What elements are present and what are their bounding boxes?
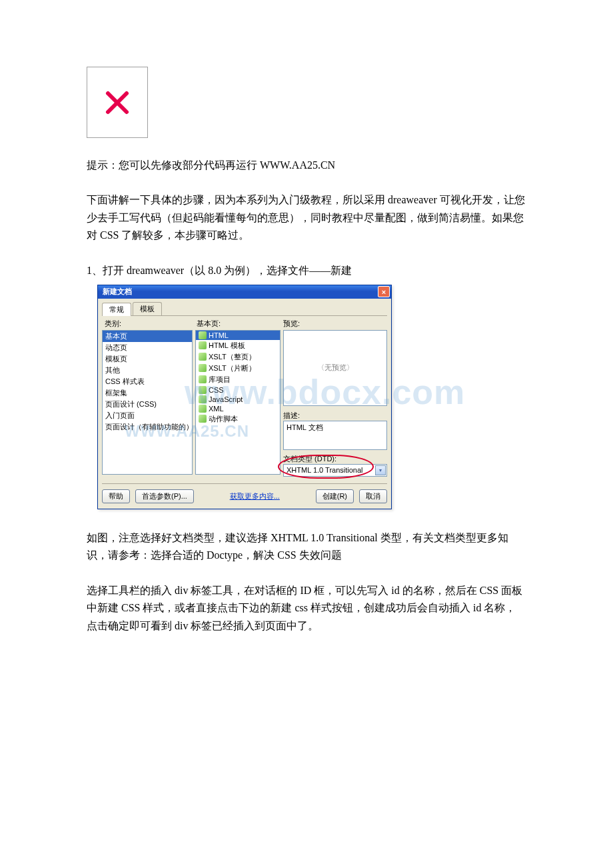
list-item[interactable]: 入门页面 — [103, 410, 192, 421]
list-item[interactable]: CSS 样式表 — [103, 376, 192, 387]
list-item[interactable]: JavaScript — [196, 395, 280, 404]
new-document-dialog: 新建文档 × 常规 模板 类别: 基本页: 预览: 基本页 — [97, 285, 392, 509]
basic-page-listbox[interactable]: HTML HTML 模板 XSLT（整页） XSLT（片断） 库项目 CSS J… — [195, 330, 281, 475]
document-icon — [199, 331, 207, 339]
document-icon — [199, 405, 207, 413]
document-icon — [199, 353, 207, 361]
document-icon — [199, 341, 207, 349]
broken-image-placeholder — [87, 67, 148, 138]
chevron-down-icon[interactable]: ▾ — [375, 465, 386, 475]
label-preview: 预览: — [283, 319, 387, 329]
step1-paragraph: 1、打开 dreamweaver（以 8.0 为例），选择文件——新建 — [87, 262, 526, 279]
cancel-button[interactable]: 取消 — [359, 489, 387, 503]
tab-general[interactable]: 常规 — [102, 303, 131, 316]
list-item[interactable]: 动态页 — [103, 342, 192, 353]
help-button[interactable]: 帮助 — [102, 489, 130, 503]
document-icon — [199, 415, 207, 423]
list-item[interactable]: 基本页 — [103, 331, 192, 342]
list-item[interactable]: XSLT（整页） — [196, 351, 280, 363]
document-icon — [199, 364, 207, 372]
preferences-button[interactable]: 首选参数(P)... — [135, 489, 194, 503]
create-button[interactable]: 创建(R) — [316, 489, 354, 503]
list-item[interactable]: HTML 模板 — [196, 340, 280, 351]
preview-box: 〈无预览〉 — [283, 330, 387, 406]
document-icon — [199, 375, 207, 383]
dtd-label: 文档类型 (DTD): — [283, 454, 387, 464]
tip-paragraph: 提示：您可以先修改部分代码再运行 WWW.AA25.CN — [87, 157, 526, 174]
list-item[interactable]: 页面设计 (CSS) — [103, 399, 192, 410]
no-preview-text: 〈无预览〉 — [317, 363, 354, 373]
list-item[interactable]: 页面设计（有辅助功能的） — [103, 421, 192, 433]
description-box: HTML 文档 — [283, 421, 387, 450]
close-icon[interactable]: × — [378, 286, 390, 297]
list-item[interactable]: 动作脚本 — [196, 413, 280, 425]
list-item[interactable]: CSS — [196, 385, 280, 395]
description-label: 描述: — [283, 411, 387, 421]
after-dialog-paragraph-1: 如图，注意选择好文档类型，建议选择 XHTML 1.0 Transitional… — [87, 529, 526, 565]
dtd-select[interactable]: XHTML 1.0 Transitional ▾ — [283, 464, 387, 477]
intro-paragraph: 下面讲解一下具体的步骤，因为本系列为入门级教程，所以采用 dreaweaver … — [87, 191, 526, 244]
list-item[interactable]: 其他 — [103, 365, 192, 376]
document-icon — [199, 395, 207, 403]
list-item[interactable]: 模板页 — [103, 353, 192, 365]
dialog-titlebar[interactable]: 新建文档 × — [98, 285, 391, 299]
after-dialog-paragraph-2: 选择工具栏的插入 div 标签工具，在对话框的 ID 框，可以先写入 id 的名… — [87, 582, 526, 635]
broken-image-x-icon — [101, 87, 133, 119]
label-category: 类别: — [105, 319, 197, 329]
list-item[interactable]: XML — [196, 404, 280, 413]
list-item[interactable]: 库项目 — [196, 374, 280, 385]
list-item[interactable]: XSLT（片断） — [196, 363, 280, 374]
category-listbox[interactable]: 基本页 动态页 模板页 其他 CSS 样式表 框架集 页面设计 (CSS) 入门… — [102, 330, 193, 475]
get-more-content-link[interactable]: 获取更多内容... — [230, 492, 280, 500]
tab-templates[interactable]: 模板 — [133, 302, 162, 315]
list-item[interactable]: 框架集 — [103, 387, 192, 399]
dialog-title: 新建文档 — [103, 287, 132, 297]
document-icon — [199, 386, 207, 394]
list-item[interactable]: HTML — [196, 331, 280, 340]
dtd-value: XHTML 1.0 Transitional — [287, 466, 363, 474]
label-basic-page: 基本页: — [197, 319, 283, 329]
description-value: HTML 文档 — [287, 423, 323, 431]
